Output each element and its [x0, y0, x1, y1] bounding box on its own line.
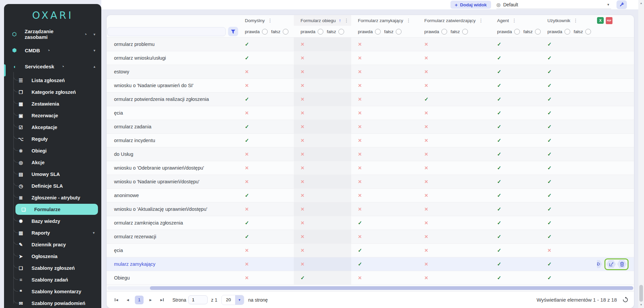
page-number-input[interactable]: [188, 295, 208, 304]
vertical-scrollbar[interactable]: ▲ ▼: [638, 0, 644, 308]
scroll-down-icon[interactable]: ▼: [638, 303, 644, 306]
sidebar-item-formularze[interactable]: ❑Formularze: [15, 204, 98, 215]
true-radio[interactable]: [262, 29, 268, 35]
column-header-1[interactable]: Domyślny⋮: [238, 15, 294, 26]
table-row[interactable]: ormularz problemu✓✕✕✕✓✓: [107, 38, 634, 51]
sidebar-item-zestawienia[interactable]: ▦Zestawienia: [4, 98, 101, 110]
true-radio[interactable]: [318, 29, 323, 35]
boolean-cell: ✕: [294, 257, 351, 271]
hexagon-nodes-icon: ⬢: [11, 47, 18, 53]
settings-wrench-button[interactable]: [616, 0, 627, 9]
table-row[interactable]: ormularz potwierdzenia realizacji zgłosz…: [107, 93, 634, 106]
sidebar-item-szablony-komentarzy[interactable]: ❝Szablony komentarzy: [4, 286, 101, 297]
sidebar-item-reguły[interactable]: ⌥Reguły: [4, 133, 101, 145]
column-header-6[interactable]: Użytkownik⋮: [541, 15, 597, 26]
sidebar-item-ogłoszenia[interactable]: ➤Ogłoszenia: [4, 250, 101, 262]
table-row[interactable]: ormularz wniosku/usługi✓✕✕✕✓✓: [107, 51, 634, 65]
sidebar-item-obiegi[interactable]: ※Obiegi: [4, 145, 101, 157]
table-row[interactable]: wniosku o 'Odebranie uprawnień/dostępu'✕…: [107, 161, 634, 175]
cross-icon: ✕: [358, 69, 362, 74]
export-excel-button[interactable]: X: [597, 17, 604, 24]
column-header-3[interactable]: Formularz zamykający⋮: [351, 15, 418, 26]
last-page-button[interactable]: ▶: [158, 296, 166, 304]
edit-row-button[interactable]: [606, 260, 616, 268]
table-row[interactable]: ęcia✕✕✓✕✓✕: [107, 244, 634, 257]
table-row[interactable]: ęcia✕✕✕✕✓✓: [107, 106, 634, 120]
column-header-4[interactable]: Formularz zatwierdzający⋮: [418, 15, 490, 26]
true-radio[interactable]: [375, 29, 381, 35]
vertical-scrollbar-thumb[interactable]: [639, 285, 643, 302]
sidebar-item-bazy-wiedzy[interactable]: ✺Bazy wiedzy: [4, 215, 101, 227]
column-menu-icon[interactable]: ⋮: [268, 18, 272, 23]
previous-page-button[interactable]: ◀: [123, 296, 132, 304]
sidebar-item-szablony-zadań[interactable]: ≡Szablony zadań: [4, 274, 101, 286]
column-header-5[interactable]: Agent⋮: [490, 15, 541, 26]
sidebar-section-zarz-dzanie-zasobami[interactable]: ⬡Zarządzanie zasobami◔▾: [4, 26, 101, 42]
sidebar-item-szablony-zgłoszeń[interactable]: ❏Szablony zgłoszeń: [4, 262, 101, 274]
sidebar-item-definicje-sla[interactable]: ◷Definicje SLA: [4, 180, 101, 192]
false-radio[interactable]: [396, 29, 401, 35]
add-view-button[interactable]: + Dodaj widok: [450, 1, 491, 9]
cross-icon: ✕: [301, 83, 305, 88]
horizontal-scrollbar-thumb[interactable]: [150, 286, 633, 290]
table-row[interactable]: ormularz incydentu✓✕✕✕✓✓: [107, 134, 634, 147]
table-row[interactable]: anonimowe✓✕✕✕✓✓: [107, 189, 634, 202]
delete-row-button[interactable]: [617, 260, 627, 268]
sidebar-item-umowy-sla[interactable]: ▤Umowy SLA: [4, 168, 101, 180]
scroll-up-icon[interactable]: ▲: [638, 2, 644, 5]
column-menu-icon[interactable]: ⋮: [573, 18, 578, 23]
view-selector[interactable]: ◎ Default ▼: [496, 0, 611, 9]
sidebar-item-lista-zgłoszeń[interactable]: ☰Lista zgłoszeń: [4, 74, 101, 86]
first-page-button[interactable]: ◀: [112, 296, 121, 304]
column-menu-icon[interactable]: ⋮: [479, 18, 483, 23]
row-name-link[interactable]: mularz zamykający: [113, 261, 155, 267]
sidebar-item-szablony-powiadomień[interactable]: ✉Szablony powiadomień: [4, 297, 101, 308]
boolean-cell: ✕: [418, 79, 490, 92]
cross-icon: ✕: [301, 55, 305, 61]
filter-funnel-button[interactable]: [228, 27, 238, 36]
true-radio[interactable]: [565, 29, 570, 35]
false-radio[interactable]: [283, 29, 288, 35]
sidebar-item-kategorie-zgłoszeń[interactable]: ❐Kategorie zgłoszeń: [4, 86, 101, 98]
column-menu-icon[interactable]: ⋮: [406, 18, 411, 23]
column-menu-icon[interactable]: ⋮: [512, 18, 517, 23]
table-row[interactable]: Obiegu✕✓✕✕✓✓: [107, 271, 634, 285]
sidebar-item-zgłoszenie-atrybuty[interactable]: ≣Zgłoszenie - atrybuty: [4, 192, 101, 203]
column-menu-icon[interactable]: ⋮: [344, 18, 349, 23]
table-row[interactable]: estowy✕✕✕✕✓✓: [107, 65, 634, 79]
view-row-button[interactable]: [597, 260, 602, 268]
export-pdf-button[interactable]: PDF: [606, 17, 612, 24]
form-icon: ❑: [20, 207, 27, 212]
table-row[interactable]: ormularz rezerwacji✓✕✕✕✓✓: [107, 230, 634, 244]
sidebar-section-servicedesk[interactable]: ◖Servicedesk◔▴: [4, 58, 101, 74]
table-row[interactable]: ormularz zamknięcia zgłoszenia✓✕✓✕✓✓: [107, 216, 634, 230]
table-row[interactable]: wniosku o 'Aktualizację uprawnień/dostęp…: [107, 202, 634, 216]
column-header-2[interactable]: Formularz obiegu↑⋮: [294, 15, 351, 26]
sidebar-item-akceptacje[interactable]: ☑Akceptacje: [4, 121, 101, 133]
table-row[interactable]: wniosku o 'Nadanie uprawnień do SI'✕✕✕✕✓…: [107, 79, 634, 93]
table-row[interactable]: do Usług✕✕✕✕✓✓: [107, 147, 634, 161]
table-row[interactable]: ormularz zadania✓✕✕✕✓✓: [107, 120, 634, 134]
sidebar-section-cmdb[interactable]: ⬢CMDB◔▾: [4, 42, 101, 58]
true-radio[interactable]: [441, 29, 447, 35]
name-filter-input[interactable]: [107, 27, 226, 36]
sidebar-item-raporty[interactable]: ▥Raporty▾: [4, 227, 101, 239]
sidebar-item-akcje[interactable]: ◎Akcje: [4, 157, 101, 168]
true-radio[interactable]: [514, 29, 520, 35]
plus-icon: +: [455, 2, 458, 8]
boolean-cell: ✓: [238, 216, 294, 230]
false-radio[interactable]: [338, 29, 344, 35]
refresh-icon[interactable]: [622, 297, 629, 303]
sidebar-item-rezerwacje[interactable]: ▣Rezerwacje: [4, 110, 101, 121]
page-size-select[interactable]: 20 ▼: [221, 295, 244, 305]
next-page-button[interactable]: ▶: [146, 296, 155, 304]
sidebar-item-dziennik-pracy[interactable]: ✎Dziennik pracy: [4, 239, 101, 250]
table-row[interactable]: mularz zamykający✕✕✓✕✓✓: [107, 257, 634, 271]
horizontal-scrollbar[interactable]: [107, 286, 633, 290]
table-row[interactable]: wniosku o 'Nadanie uprawnień/dostępu'✕✕✕…: [107, 175, 634, 189]
false-radio[interactable]: [535, 29, 541, 35]
page-1-button[interactable]: 1: [135, 296, 144, 304]
false-radio[interactable]: [462, 29, 468, 35]
false-radio[interactable]: [585, 29, 591, 35]
check-icon: ✓: [547, 124, 552, 130]
